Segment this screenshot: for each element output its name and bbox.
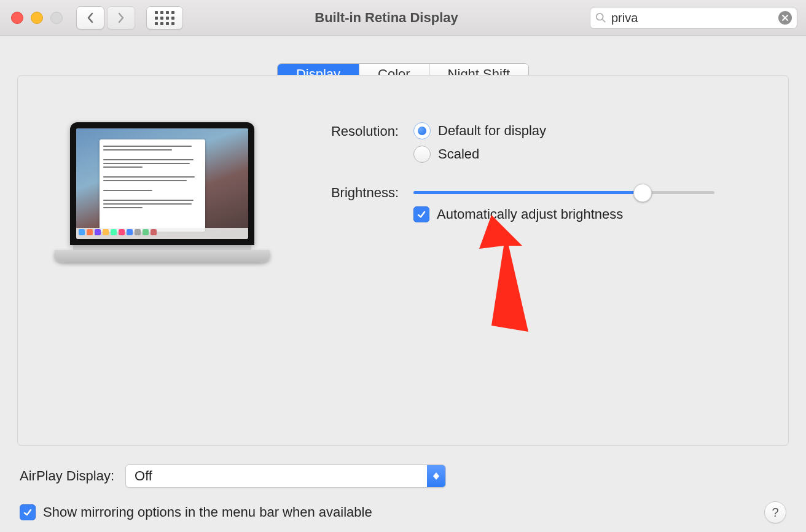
airplay-select-value: Off [126, 468, 427, 484]
airplay-select[interactable]: Off [125, 464, 446, 488]
slider-thumb[interactable] [633, 184, 652, 202]
checkbox-checked-icon [413, 206, 429, 222]
display-preview-image [55, 122, 270, 262]
brightness-label: Brightness: [307, 184, 399, 201]
content-panel: Resolution: Default for display Scaled B… [17, 75, 789, 446]
forward-button[interactable] [107, 6, 135, 29]
resolution-default-label: Default for display [438, 123, 546, 139]
resolution-scaled-label: Scaled [438, 146, 479, 162]
resolution-scaled-radio[interactable]: Scaled [413, 146, 770, 163]
radio-button-icon [413, 146, 431, 163]
brightness-slider[interactable] [413, 191, 714, 194]
show-mirroring-checkbox[interactable]: Show mirroring options in the menu bar w… [20, 504, 372, 520]
zoom-window-button [50, 12, 63, 24]
bottom-area: AirPlay Display: Off Show mirroring opti… [20, 464, 786, 523]
search-input[interactable] [610, 10, 778, 26]
clear-search-button[interactable] [778, 11, 792, 25]
auto-brightness-checkbox[interactable]: Automatically adjust brightness [413, 206, 770, 222]
select-stepper-icon [427, 465, 445, 487]
airplay-label: AirPlay Display: [20, 468, 114, 484]
traffic-lights [11, 12, 63, 24]
close-icon [781, 14, 789, 22]
chevron-right-icon [117, 12, 125, 24]
svg-point-0 [597, 14, 603, 20]
resolution-label: Resolution: [307, 122, 399, 139]
chevron-left-icon [86, 12, 95, 24]
radio-button-selected-icon [413, 122, 431, 139]
show-all-prefs-button[interactable] [146, 6, 183, 29]
nav-buttons [76, 6, 135, 29]
help-button[interactable]: ? [764, 501, 786, 523]
checkbox-checked-icon [20, 504, 36, 520]
window-title: Built-in Retina Display [183, 10, 590, 26]
slider-fill [413, 191, 642, 194]
grid-icon [155, 11, 174, 25]
window-toolbar: Built-in Retina Display [0, 0, 806, 36]
svg-line-1 [603, 20, 606, 23]
svg-marker-5 [433, 476, 439, 480]
resolution-default-radio[interactable]: Default for display [413, 122, 770, 139]
close-window-button[interactable] [11, 12, 23, 24]
back-button[interactable] [76, 6, 104, 29]
search-icon [595, 12, 606, 23]
auto-brightness-label: Automatically adjust brightness [437, 206, 623, 222]
minimize-window-button[interactable] [31, 12, 43, 24]
show-mirroring-label: Show mirroring options in the menu bar w… [43, 504, 372, 520]
search-field[interactable] [590, 7, 797, 29]
